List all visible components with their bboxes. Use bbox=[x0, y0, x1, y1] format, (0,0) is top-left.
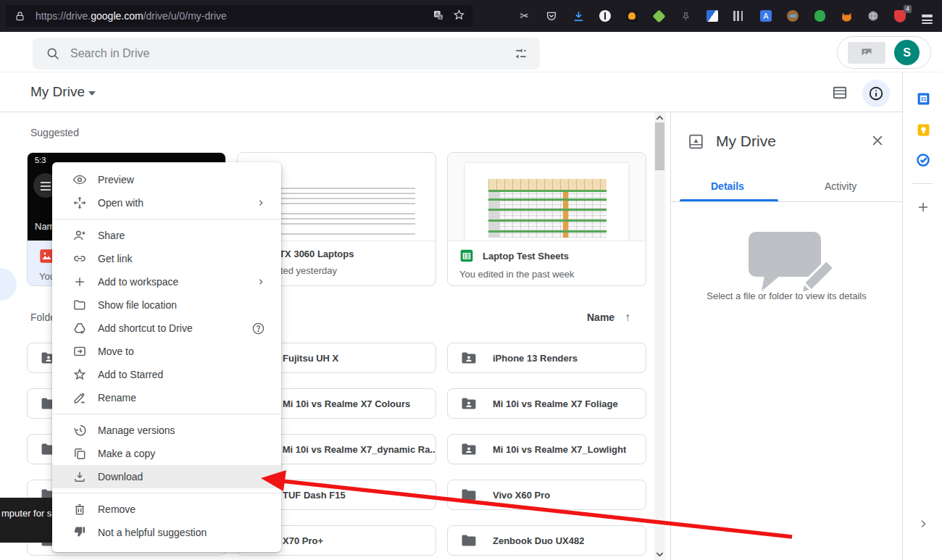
help-circle-icon[interactable] bbox=[251, 322, 265, 335]
blue-capture-icon[interactable] bbox=[706, 9, 719, 22]
screen: https://drive.google.com/drive/u/0/my-dr… bbox=[0, 0, 942, 560]
url-bar[interactable]: https://drive.google.com/drive/u/0/my-dr… bbox=[6, 5, 472, 27]
spreadsheet-thumbnail[interactable] bbox=[448, 153, 646, 241]
list-view-icon[interactable] bbox=[832, 85, 848, 100]
menu-item-remove[interactable]: Remove bbox=[52, 498, 281, 521]
star-icon bbox=[72, 367, 87, 382]
menu-item-make-a-copy[interactable]: Make a copy bbox=[52, 442, 281, 465]
menu-item-add-shortcut[interactable]: Add shortcut to Drive bbox=[52, 317, 281, 340]
video-duration: 5:3 bbox=[35, 156, 46, 164]
folder-card-iphone13[interactable]: iPhone 13 Renders bbox=[447, 343, 646, 373]
folder-card-lowlight[interactable]: Mi 10i vs Realme X7_Lowlight bbox=[447, 434, 646, 464]
tabs-divider bbox=[671, 201, 903, 202]
download-icon bbox=[72, 469, 87, 484]
fox-icon[interactable] bbox=[840, 9, 853, 22]
folder-shared-icon bbox=[461, 397, 477, 410]
menu-item-show-file-location[interactable]: Show file location bbox=[52, 293, 281, 317]
green-pill-icon[interactable] bbox=[813, 9, 826, 22]
my-drive-icon bbox=[687, 133, 705, 154]
translate-icon[interactable]: Aa bbox=[433, 9, 444, 23]
rail-divider bbox=[912, 183, 933, 184]
drive-shortcut-icon bbox=[72, 321, 87, 335]
browser-toolbar: https://drive.google.com/drive/u/0/my-dr… bbox=[0, 0, 942, 32]
open-with-icon bbox=[72, 196, 87, 210]
pocket-icon[interactable] bbox=[545, 9, 558, 22]
screenshot-scissors-icon[interactable]: ✂ bbox=[518, 9, 531, 22]
history-icon bbox=[72, 423, 87, 438]
dark-reader-icon[interactable] bbox=[599, 9, 612, 22]
chevron-down-icon[interactable] bbox=[88, 91, 96, 96]
browser-menu-icon[interactable] bbox=[920, 9, 933, 22]
menu-item-add-to-starred[interactable]: Add to Starred bbox=[52, 363, 281, 386]
download-tooltip: mputer for s bbox=[0, 498, 58, 543]
folder-icon bbox=[72, 298, 87, 312]
sort-by-name[interactable]: Name ↑ bbox=[587, 311, 630, 324]
download-manager-icon[interactable] bbox=[572, 9, 585, 22]
carousel-scroll-button[interactable] bbox=[0, 268, 17, 301]
broken-image-icon bbox=[848, 42, 885, 64]
menu-item-move-to[interactable]: Move to bbox=[52, 340, 281, 363]
copy-icon bbox=[72, 446, 87, 461]
collapse-panel-chevron-icon[interactable] bbox=[916, 517, 930, 531]
menu-item-preview[interactable]: Preview bbox=[52, 168, 281, 191]
page-toolbar: My Drive bbox=[0, 72, 902, 112]
folder-icon bbox=[461, 488, 477, 501]
empty-state-message: Select a file or folder to view its deta… bbox=[671, 291, 902, 301]
url-text: https://drive.google.com/drive/u/0/my-dr… bbox=[36, 10, 227, 22]
details-info-button[interactable] bbox=[862, 80, 890, 107]
keep-icon[interactable] bbox=[916, 122, 930, 137]
scroll-up-icon[interactable] bbox=[656, 114, 664, 121]
folder-card-vivo-x60[interactable]: Vivo X60 Pro bbox=[447, 480, 646, 510]
menu-item-not-helpful[interactable]: Not a helpful suggestion bbox=[52, 521, 281, 544]
menu-item-manage-versions[interactable]: Manage versions bbox=[52, 419, 281, 442]
search-bar[interactable] bbox=[33, 38, 540, 70]
menu-item-rename[interactable]: Rename bbox=[52, 386, 281, 409]
pin-icon[interactable] bbox=[679, 9, 692, 22]
search-options-icon[interactable] bbox=[514, 46, 528, 61]
avatar[interactable]: S bbox=[894, 40, 920, 65]
folder-card-zenbook-duo[interactable]: Zenbook Duo UX482 bbox=[447, 525, 646, 556]
monkey-icon[interactable] bbox=[786, 9, 799, 22]
menu-item-share[interactable]: Share bbox=[52, 224, 281, 247]
menu-divider bbox=[52, 493, 281, 493]
link-icon bbox=[72, 251, 87, 266]
sort-arrow-icon: ↑ bbox=[625, 311, 630, 323]
scrollbar-thumb[interactable] bbox=[655, 122, 664, 170]
translate-extension-icon[interactable]: A bbox=[759, 9, 772, 22]
fence-icon[interactable] bbox=[733, 9, 746, 22]
main-scrollbar[interactable] bbox=[654, 112, 665, 560]
folder-card-foliage[interactable]: Mi 10i vs Realme X7 Foliage bbox=[447, 388, 646, 419]
orange-extension-icon[interactable] bbox=[625, 9, 638, 22]
menu-item-download[interactable]: Download bbox=[52, 465, 281, 488]
suggested-card-spreadsheet[interactable]: Laptop Test Sheets You edited in the pas… bbox=[447, 152, 646, 286]
tasks-icon[interactable] bbox=[916, 153, 930, 167]
svg-text:a: a bbox=[439, 14, 441, 19]
calendar-icon[interactable]: 31 bbox=[916, 91, 930, 106]
spreadsheet-card-title: Laptop Test Sheets bbox=[483, 251, 569, 262]
submenu-chevron-icon bbox=[257, 198, 265, 207]
details-panel: My Drive Details Activity Select a file … bbox=[670, 112, 902, 560]
folder-shared-icon bbox=[461, 351, 477, 364]
add-apps-icon[interactable] bbox=[916, 200, 930, 214]
details-panel-title: My Drive bbox=[716, 133, 776, 150]
search-input[interactable] bbox=[70, 47, 514, 60]
folder-shared-icon bbox=[461, 443, 477, 456]
folder-icon bbox=[461, 534, 477, 547]
account-area: S bbox=[837, 36, 931, 69]
search-icon[interactable] bbox=[46, 46, 60, 61]
shield-adblock-icon[interactable]: 4 bbox=[893, 9, 906, 22]
feedly-icon[interactable] bbox=[652, 9, 665, 22]
globe-icon[interactable] bbox=[867, 9, 880, 22]
menu-divider bbox=[52, 219, 281, 220]
lock-icon[interactable] bbox=[14, 11, 25, 22]
menu-item-add-to-workspace[interactable]: Add to workspace bbox=[52, 270, 281, 293]
scroll-down-icon[interactable] bbox=[656, 551, 664, 558]
page-title[interactable]: My Drive bbox=[30, 84, 85, 100]
menu-item-open-with[interactable]: Open with bbox=[52, 191, 281, 214]
bookmark-star-icon[interactable] bbox=[453, 9, 465, 23]
close-icon[interactable] bbox=[870, 133, 885, 151]
suggested-heading: Suggested bbox=[30, 127, 79, 138]
menu-item-get-link[interactable]: Get link bbox=[52, 247, 281, 270]
tab-details[interactable]: Details bbox=[711, 180, 744, 192]
tab-activity[interactable]: Activity bbox=[825, 180, 856, 192]
